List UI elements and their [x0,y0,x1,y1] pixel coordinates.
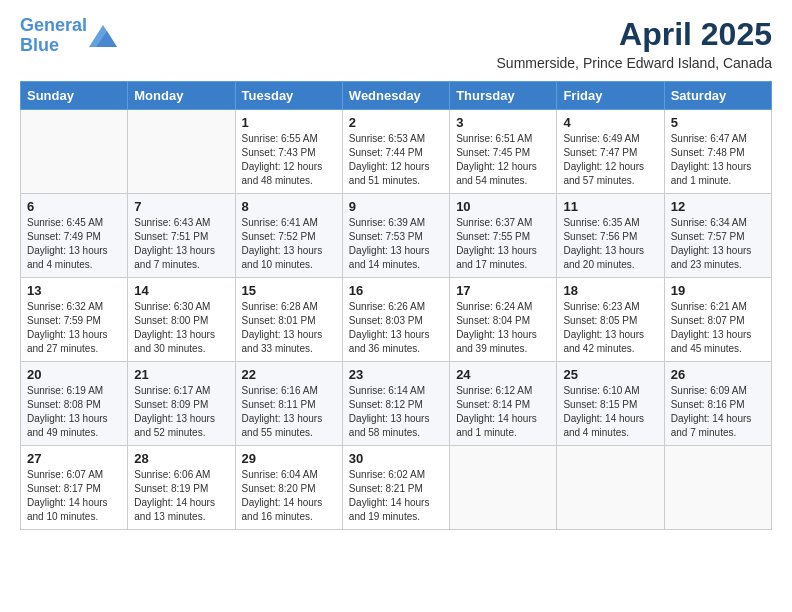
day-cell: 14Sunrise: 6:30 AM Sunset: 8:00 PM Dayli… [128,278,235,362]
subtitle: Summerside, Prince Edward Island, Canada [497,55,772,71]
day-info: Sunrise: 6:55 AM Sunset: 7:43 PM Dayligh… [242,132,336,188]
day-cell: 22Sunrise: 6:16 AM Sunset: 8:11 PM Dayli… [235,362,342,446]
day-number: 15 [242,283,336,298]
week-row-0: 1Sunrise: 6:55 AM Sunset: 7:43 PM Daylig… [21,110,772,194]
day-cell [128,110,235,194]
day-number: 14 [134,283,228,298]
day-header-saturday: Saturday [664,82,771,110]
day-number: 29 [242,451,336,466]
day-info: Sunrise: 6:28 AM Sunset: 8:01 PM Dayligh… [242,300,336,356]
day-info: Sunrise: 6:12 AM Sunset: 8:14 PM Dayligh… [456,384,550,440]
week-row-2: 13Sunrise: 6:32 AM Sunset: 7:59 PM Dayli… [21,278,772,362]
day-cell: 4Sunrise: 6:49 AM Sunset: 7:47 PM Daylig… [557,110,664,194]
day-info: Sunrise: 6:21 AM Sunset: 8:07 PM Dayligh… [671,300,765,356]
day-cell: 15Sunrise: 6:28 AM Sunset: 8:01 PM Dayli… [235,278,342,362]
day-cell: 17Sunrise: 6:24 AM Sunset: 8:04 PM Dayli… [450,278,557,362]
day-cell: 10Sunrise: 6:37 AM Sunset: 7:55 PM Dayli… [450,194,557,278]
day-cell [21,110,128,194]
day-info: Sunrise: 6:02 AM Sunset: 8:21 PM Dayligh… [349,468,443,524]
day-cell: 29Sunrise: 6:04 AM Sunset: 8:20 PM Dayli… [235,446,342,530]
day-info: Sunrise: 6:49 AM Sunset: 7:47 PM Dayligh… [563,132,657,188]
day-header-thursday: Thursday [450,82,557,110]
day-number: 10 [456,199,550,214]
day-number: 8 [242,199,336,214]
day-cell: 26Sunrise: 6:09 AM Sunset: 8:16 PM Dayli… [664,362,771,446]
day-number: 26 [671,367,765,382]
calendar-table: SundayMondayTuesdayWednesdayThursdayFrid… [20,81,772,530]
day-header-monday: Monday [128,82,235,110]
day-cell: 28Sunrise: 6:06 AM Sunset: 8:19 PM Dayli… [128,446,235,530]
day-header-sunday: Sunday [21,82,128,110]
day-number: 23 [349,367,443,382]
day-number: 19 [671,283,765,298]
title-section: April 2025 Summerside, Prince Edward Isl… [497,16,772,71]
day-info: Sunrise: 6:32 AM Sunset: 7:59 PM Dayligh… [27,300,121,356]
day-info: Sunrise: 6:51 AM Sunset: 7:45 PM Dayligh… [456,132,550,188]
day-cell: 5Sunrise: 6:47 AM Sunset: 7:48 PM Daylig… [664,110,771,194]
logo-line2: Blue [20,35,59,55]
week-row-4: 27Sunrise: 6:07 AM Sunset: 8:17 PM Dayli… [21,446,772,530]
day-number: 1 [242,115,336,130]
page: General Blue April 2025 Summerside, Prin… [0,0,792,612]
day-info: Sunrise: 6:23 AM Sunset: 8:05 PM Dayligh… [563,300,657,356]
day-cell: 16Sunrise: 6:26 AM Sunset: 8:03 PM Dayli… [342,278,449,362]
day-info: Sunrise: 6:35 AM Sunset: 7:56 PM Dayligh… [563,216,657,272]
day-cell: 30Sunrise: 6:02 AM Sunset: 8:21 PM Dayli… [342,446,449,530]
day-cell: 21Sunrise: 6:17 AM Sunset: 8:09 PM Dayli… [128,362,235,446]
day-info: Sunrise: 6:47 AM Sunset: 7:48 PM Dayligh… [671,132,765,188]
day-cell: 27Sunrise: 6:07 AM Sunset: 8:17 PM Dayli… [21,446,128,530]
day-cell [557,446,664,530]
day-info: Sunrise: 6:16 AM Sunset: 8:11 PM Dayligh… [242,384,336,440]
day-cell: 23Sunrise: 6:14 AM Sunset: 8:12 PM Dayli… [342,362,449,446]
day-number: 24 [456,367,550,382]
day-number: 7 [134,199,228,214]
month-title: April 2025 [497,16,772,53]
day-number: 3 [456,115,550,130]
day-info: Sunrise: 6:30 AM Sunset: 8:00 PM Dayligh… [134,300,228,356]
header-row: SundayMondayTuesdayWednesdayThursdayFrid… [21,82,772,110]
day-header-tuesday: Tuesday [235,82,342,110]
day-cell: 13Sunrise: 6:32 AM Sunset: 7:59 PM Dayli… [21,278,128,362]
day-cell: 24Sunrise: 6:12 AM Sunset: 8:14 PM Dayli… [450,362,557,446]
week-row-3: 20Sunrise: 6:19 AM Sunset: 8:08 PM Dayli… [21,362,772,446]
day-number: 25 [563,367,657,382]
day-cell: 11Sunrise: 6:35 AM Sunset: 7:56 PM Dayli… [557,194,664,278]
day-info: Sunrise: 6:41 AM Sunset: 7:52 PM Dayligh… [242,216,336,272]
day-info: Sunrise: 6:39 AM Sunset: 7:53 PM Dayligh… [349,216,443,272]
day-number: 27 [27,451,121,466]
day-info: Sunrise: 6:09 AM Sunset: 8:16 PM Dayligh… [671,384,765,440]
day-number: 4 [563,115,657,130]
day-cell [450,446,557,530]
day-number: 2 [349,115,443,130]
day-header-friday: Friday [557,82,664,110]
day-cell: 2Sunrise: 6:53 AM Sunset: 7:44 PM Daylig… [342,110,449,194]
day-cell: 8Sunrise: 6:41 AM Sunset: 7:52 PM Daylig… [235,194,342,278]
day-info: Sunrise: 6:34 AM Sunset: 7:57 PM Dayligh… [671,216,765,272]
logo-text: General Blue [20,16,87,56]
day-info: Sunrise: 6:07 AM Sunset: 8:17 PM Dayligh… [27,468,121,524]
logo: General Blue [20,16,117,56]
day-number: 9 [349,199,443,214]
day-number: 17 [456,283,550,298]
day-info: Sunrise: 6:24 AM Sunset: 8:04 PM Dayligh… [456,300,550,356]
day-info: Sunrise: 6:17 AM Sunset: 8:09 PM Dayligh… [134,384,228,440]
day-cell: 3Sunrise: 6:51 AM Sunset: 7:45 PM Daylig… [450,110,557,194]
day-cell: 20Sunrise: 6:19 AM Sunset: 8:08 PM Dayli… [21,362,128,446]
day-number: 18 [563,283,657,298]
logo-icon [89,25,117,47]
day-number: 28 [134,451,228,466]
day-number: 21 [134,367,228,382]
day-cell: 9Sunrise: 6:39 AM Sunset: 7:53 PM Daylig… [342,194,449,278]
day-cell: 7Sunrise: 6:43 AM Sunset: 7:51 PM Daylig… [128,194,235,278]
week-row-1: 6Sunrise: 6:45 AM Sunset: 7:49 PM Daylig… [21,194,772,278]
day-info: Sunrise: 6:37 AM Sunset: 7:55 PM Dayligh… [456,216,550,272]
day-info: Sunrise: 6:14 AM Sunset: 8:12 PM Dayligh… [349,384,443,440]
day-number: 5 [671,115,765,130]
day-number: 20 [27,367,121,382]
day-cell: 19Sunrise: 6:21 AM Sunset: 8:07 PM Dayli… [664,278,771,362]
day-number: 22 [242,367,336,382]
day-number: 6 [27,199,121,214]
day-cell: 18Sunrise: 6:23 AM Sunset: 8:05 PM Dayli… [557,278,664,362]
day-cell [664,446,771,530]
day-info: Sunrise: 6:53 AM Sunset: 7:44 PM Dayligh… [349,132,443,188]
